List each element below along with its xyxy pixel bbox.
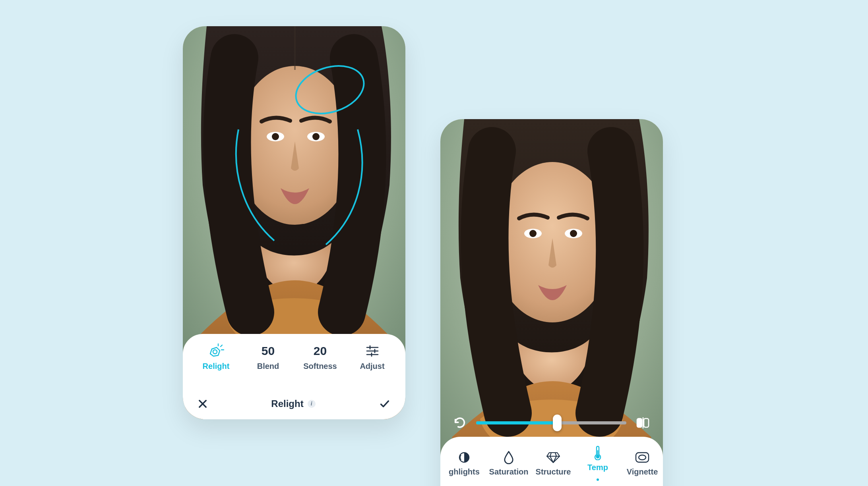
- blend-value: 50: [262, 344, 275, 358]
- edit-label: Saturation: [489, 467, 529, 476]
- svg-rect-32: [636, 453, 649, 462]
- tool-blend[interactable]: 50 Blend: [242, 343, 294, 371]
- drop-icon: [503, 451, 514, 464]
- tool-label: Relight: [203, 362, 230, 371]
- svg-rect-27: [644, 418, 649, 427]
- edit-label: Structure: [536, 467, 571, 476]
- relight-panel: Relight 50 Blend 20 Softness: [183, 334, 405, 419]
- svg-point-4: [272, 133, 279, 140]
- edit-saturation[interactable]: Saturation: [486, 451, 531, 476]
- svg-point-24: [529, 230, 537, 237]
- temp-slider-area: [440, 409, 663, 437]
- sliders-icon: [365, 343, 380, 359]
- edit-vignette[interactable]: Vignette: [620, 451, 663, 476]
- undo-button[interactable]: [451, 415, 469, 431]
- confirm-button[interactable]: [375, 395, 394, 413]
- panel-title: Relight i: [271, 398, 315, 409]
- edit-label: Temp: [587, 463, 608, 472]
- svg-point-5: [312, 133, 320, 140]
- tool-softness[interactable]: 20 Softness: [294, 343, 346, 371]
- svg-rect-26: [637, 418, 642, 427]
- edit-label: ghlights: [449, 467, 480, 476]
- tool-label: Adjust: [360, 362, 384, 371]
- slider-thumb[interactable]: [553, 415, 562, 431]
- vignette-icon: [635, 451, 650, 464]
- panel-title-text: Relight: [271, 398, 303, 409]
- edit-panel: ghlights Saturation Structure: [440, 437, 663, 486]
- edit-title-bar: Edit i: [440, 483, 663, 486]
- tool-adjust[interactable]: Adjust: [346, 343, 398, 371]
- svg-point-25: [570, 230, 577, 237]
- tool-label: Softness: [303, 362, 337, 371]
- relight-icon: [208, 343, 225, 359]
- compare-button[interactable]: [634, 414, 653, 432]
- svg-line-9: [221, 345, 222, 347]
- temp-slider[interactable]: [476, 421, 626, 424]
- edit-highlights[interactable]: ghlights: [442, 451, 486, 476]
- diamond-icon: [546, 451, 560, 464]
- highlights-icon: [458, 451, 471, 464]
- softness-value: 20: [314, 344, 327, 358]
- edit-label: Vignette: [627, 467, 658, 476]
- edit-temp[interactable]: Temp: [575, 446, 620, 481]
- svg-point-8: [213, 350, 217, 354]
- info-icon[interactable]: i: [308, 400, 316, 408]
- tool-label: Blend: [257, 362, 279, 371]
- phone-mockup-edit: ghlights Saturation Structure: [440, 119, 663, 486]
- relight-title-bar: Relight i: [183, 390, 405, 419]
- thermometer-icon: [593, 446, 602, 460]
- close-button[interactable]: [194, 395, 211, 413]
- svg-point-33: [639, 455, 646, 460]
- edit-structure[interactable]: Structure: [531, 451, 575, 476]
- phone-mockup-relight: Relight 50 Blend 20 Softness: [183, 26, 405, 419]
- relight-tool-row: Relight 50 Blend 20 Softness: [183, 343, 405, 371]
- edit-tool-row: ghlights Saturation Structure: [440, 446, 663, 481]
- tool-relight[interactable]: Relight: [190, 343, 242, 371]
